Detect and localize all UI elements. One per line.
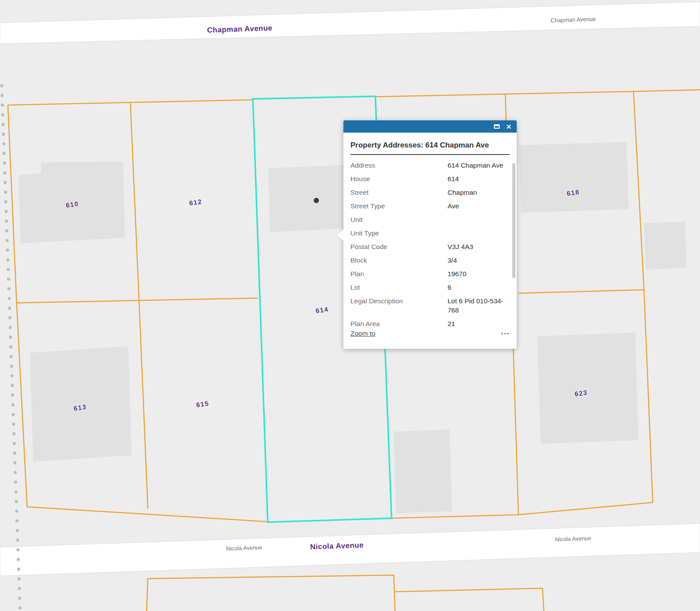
field-value: 21	[448, 319, 510, 328]
field-value: 3/4	[448, 256, 510, 265]
popup-header: ✕	[343, 120, 517, 133]
field-label: Legal Description	[350, 296, 448, 315]
field-value	[448, 215, 510, 224]
popup-field-list: Address 614 Chapman Ave House 614 Street…	[350, 158, 510, 330]
property-popup: ✕ Property Addresses: 614 Chapman Ave Ad…	[343, 120, 517, 349]
field-label: Unit	[350, 215, 448, 224]
building-618	[519, 142, 629, 213]
field-value	[448, 228, 510, 238]
field-value: 614	[448, 174, 510, 183]
field-value: 614 Chapman Ave	[448, 161, 510, 170]
street-band-chapman	[0, 2, 700, 44]
selected-point-marker	[314, 198, 319, 203]
field-label: Lot	[350, 283, 448, 292]
field-row-street-type: Street Type Ave	[350, 199, 510, 213]
building-614	[268, 165, 347, 232]
field-row-postal-code: Postal Code V3J 4A3	[350, 240, 510, 253]
field-value: Chapman	[448, 188, 510, 197]
field-label: Postal Code	[350, 242, 448, 251]
field-value: Ave	[448, 201, 510, 211]
field-value: 19670	[448, 269, 510, 278]
field-label: Plan	[350, 269, 448, 278]
field-row-lot: Lot 6	[350, 281, 510, 294]
building-right-edge	[644, 221, 686, 270]
field-value: Lot 6 Pid 010-534-768	[448, 296, 510, 315]
popup-pointer-tail	[337, 229, 344, 241]
popup-footer: Zoom to •••	[350, 330, 510, 337]
popup-body: Property Addresses: 614 Chapman Ave Addr…	[343, 133, 517, 342]
popup-scrollbar[interactable]	[512, 163, 515, 278]
field-label: Address	[350, 161, 448, 170]
field-row-plan-area: Plan Area 21	[350, 317, 510, 330]
field-label: Unit Type	[350, 228, 448, 238]
zoom-to-link[interactable]: Zoom to	[350, 330, 375, 337]
field-label: Block	[350, 256, 448, 265]
field-row-unit: Unit	[350, 213, 510, 226]
field-row-legal-description: Legal Description Lot 6 Pid 010-534-768	[350, 294, 510, 317]
dock-icon[interactable]	[494, 124, 500, 129]
close-icon[interactable]: ✕	[506, 123, 511, 130]
field-label: Street	[350, 188, 448, 197]
field-row-block: Block 3/4	[350, 253, 510, 267]
street-label-nicola-main: Nicola Avenue	[310, 541, 364, 551]
field-label: House	[350, 174, 448, 183]
field-row-plan: Plan 19670	[350, 267, 510, 281]
building-623	[537, 333, 638, 444]
field-label: Plan Area	[350, 319, 448, 328]
field-row-street: Street Chapman	[350, 186, 510, 199]
field-value: V3J 4A3	[448, 242, 510, 251]
street-label-nicola-small-right: Nicola Avenue	[555, 535, 591, 543]
field-value: 6	[448, 283, 510, 292]
street-label-nicola-small-left: Nicola Avenue	[226, 544, 262, 552]
field-label: Street Type	[350, 201, 448, 211]
building-below-614	[394, 429, 452, 513]
popup-divider	[350, 154, 510, 155]
field-row-address: Address 614 Chapman Ave	[350, 158, 510, 172]
popup-title: Property Addresses: 614 Chapman Ave	[350, 140, 510, 150]
field-row-house: House 614	[350, 172, 510, 186]
more-options-icon[interactable]: •••	[501, 330, 510, 337]
field-row-unit-type: Unit Type	[350, 226, 510, 240]
